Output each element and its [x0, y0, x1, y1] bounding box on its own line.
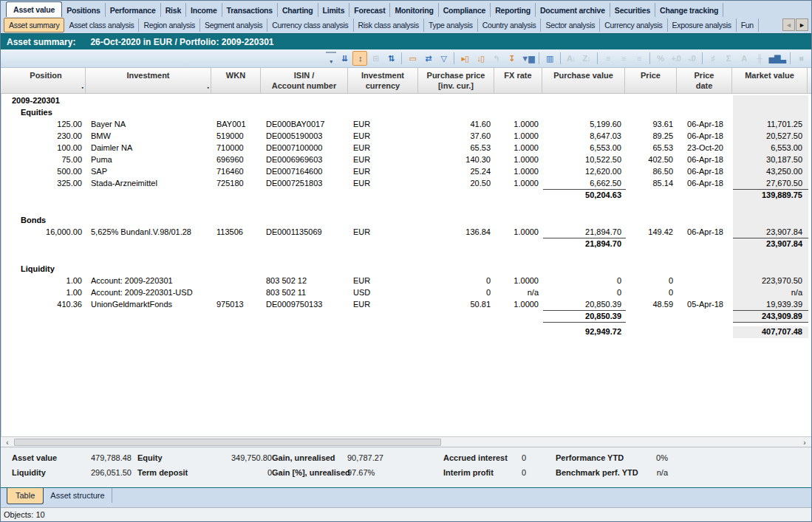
sub-tab[interactable]: Type analysis: [424, 18, 478, 32]
table-row[interactable]: 410.36 UnionGeldmarktFonds 975013 DE0009…: [7, 299, 811, 311]
table-row[interactable]: 20,850.39 243,909.89: [7, 311, 811, 323]
table-row[interactable]: 500.00 SAP 716460 DE0007164600 EUR 25.24…: [7, 166, 811, 178]
table-row[interactable]: [7, 202, 811, 215]
table-row[interactable]: Liquidity: [7, 264, 811, 275]
top-tab[interactable]: Change tracking: [655, 3, 723, 17]
value-format-icon[interactable]: ♯: [706, 51, 720, 66]
new-window-icon[interactable]: ▭: [405, 51, 420, 66]
chart-drill-icon[interactable]: ▼▆: [519, 51, 535, 66]
top-tab[interactable]: Risk: [161, 3, 186, 17]
cell-investment: [86, 107, 212, 119]
bottom-tab[interactable]: Asset structure: [44, 488, 112, 503]
sort-ascending-icon[interactable]: A↓: [564, 51, 579, 66]
bottom-tab[interactable]: Table: [7, 488, 44, 504]
drill-up-icon[interactable]: ↰: [488, 51, 503, 66]
table-row[interactable]: Equities: [7, 107, 811, 119]
table-row[interactable]: 1.00 Account: 2009-220301-USD 803 502 11…: [7, 287, 811, 299]
column-header[interactable]: Purchase value: [542, 68, 625, 93]
table-row[interactable]: 125.00 Bayer NA BAY001 DE000BAY0017 EUR …: [7, 119, 811, 131]
sub-tab[interactable]: Country analysis: [478, 18, 542, 32]
sub-tab[interactable]: Risk class analysis: [354, 18, 424, 32]
table-row[interactable]: 21,894.70 23,907.84: [7, 238, 811, 250]
table-row[interactable]: 100.00 Daimler NA 710000 DE0007100000 EU…: [7, 142, 811, 154]
horizontal-scrollbar[interactable]: ‹ ›: [1, 436, 811, 447]
filter-icon[interactable]: ▽: [436, 51, 451, 66]
sum-icon[interactable]: Σ: [721, 51, 736, 66]
column-header[interactable]: FX rate: [494, 68, 542, 93]
align-left-icon[interactable]: ≡: [601, 51, 615, 66]
table-row[interactable]: 92,949.72 407,707.48: [7, 326, 811, 338]
table-row[interactable]: 75.00 Puma 696960 DE0006969603 EUR 140.3…: [7, 154, 811, 166]
top-tab[interactable]: Monitoring: [390, 3, 438, 17]
table-row[interactable]: 325.00 Stada-Arzneimittel 725180 DE00072…: [7, 178, 811, 190]
column-header[interactable]: Purchase price [inv. cur.]: [418, 68, 494, 93]
top-tab[interactable]: Forecast: [349, 3, 390, 17]
table-row[interactable]: [7, 250, 811, 264]
top-tab[interactable]: Charting: [278, 3, 318, 17]
stop-icon[interactable]: ■: [794, 51, 808, 66]
sub-tab[interactable]: Asset summary: [4, 18, 64, 32]
top-tab[interactable]: Reporting: [491, 3, 536, 17]
align-center-icon[interactable]: ≡: [616, 51, 631, 66]
cell-market-value: 243,909.89: [733, 311, 808, 323]
table-row[interactable]: 2009-220301: [7, 95, 811, 107]
top-tab[interactable]: Document archive: [536, 3, 610, 17]
sort-descending-icon[interactable]: Z↓: [579, 51, 594, 66]
cell-fx-rate: [495, 264, 543, 275]
sub-tab[interactable]: Sector analysis: [541, 18, 600, 32]
sub-tab[interactable]: Region analysis: [139, 18, 200, 32]
table-row[interactable]: 230.00 BMW 519000 DE0005190003 EUR 37.60…: [7, 131, 811, 142]
cell-position: 1.00: [7, 275, 86, 287]
top-tab[interactable]: Asset value: [6, 1, 62, 17]
stat-value: 0: [228, 468, 272, 483]
expand-all-icon[interactable]: ↕: [352, 51, 367, 66]
table-row[interactable]: 16,000.00 5,625% Bundanl.V.98/01.28 1135…: [7, 227, 811, 238]
sub-tab[interactable]: Currency analysis: [600, 18, 667, 32]
cell-isin: DE0007100000: [262, 142, 349, 154]
sub-tab[interactable]: Currency class analysis: [267, 18, 353, 32]
scroll-right-icon[interactable]: ›: [799, 438, 810, 447]
tab-scroll-right-icon[interactable]: ►: [796, 18, 808, 31]
top-tab[interactable]: Compliance: [439, 3, 491, 17]
copy-icon[interactable]: ⊞: [368, 51, 383, 66]
top-tab[interactable]: Securities: [610, 3, 655, 17]
table-row[interactable]: 1.00 Account: 2009-220301 803 502 12 EUR…: [7, 275, 811, 287]
font-icon[interactable]: A: [737, 51, 751, 66]
column-header[interactable]: ISIN / Account number: [261, 68, 348, 93]
refresh-icon[interactable]: ⇄: [420, 51, 435, 66]
chart-icon[interactable]: ▅▇▃: [768, 51, 787, 66]
toolbar-overflow-icon[interactable]: ▾: [326, 52, 336, 65]
sub-tab[interactable]: Segment analysis: [200, 18, 267, 32]
column-header[interactable]: Market value: [732, 68, 808, 93]
expand-rows-icon[interactable]: ⇅: [383, 51, 398, 66]
column-header[interactable]: Price date: [677, 68, 732, 93]
decrease-decimal-icon[interactable]: -.0: [684, 51, 699, 66]
top-tab[interactable]: Income: [186, 3, 222, 17]
column-header[interactable]: Position: [7, 68, 86, 93]
select-columns-icon[interactable]: ▥: [542, 51, 557, 66]
tab-scroll-left-icon[interactable]: ◄: [782, 18, 795, 31]
top-tab[interactable]: Limits: [318, 3, 350, 17]
drill-down-icon[interactable]: ↓▯: [473, 51, 488, 66]
table-row[interactable]: 50,204.63 139,889.75: [7, 190, 811, 202]
column-header[interactable]: Investment currency: [348, 68, 418, 93]
scroll-left-icon[interactable]: ‹: [2, 438, 13, 447]
top-tab[interactable]: Performance: [106, 3, 161, 17]
scrollbar-thumb[interactable]: [14, 439, 441, 446]
column-header[interactable]: Investment: [86, 68, 211, 93]
top-tab[interactable]: Transactions: [222, 3, 278, 17]
column-header[interactable]: Price: [625, 68, 677, 93]
sub-tab[interactable]: Exposure analysis: [668, 18, 737, 32]
align-right-icon[interactable]: ≡: [632, 51, 646, 66]
table-row[interactable]: Bonds: [7, 215, 811, 227]
increase-decimal-icon[interactable]: +.0: [669, 51, 683, 66]
export-tree-icon[interactable]: ⇊: [337, 51, 352, 66]
drill-bottom-icon[interactable]: ↧: [504, 51, 519, 66]
column-header[interactable]: WKN: [211, 68, 261, 93]
sub-tab[interactable]: Asset class analysis: [64, 18, 139, 32]
drill-right-icon[interactable]: ▸▯: [457, 51, 472, 66]
sub-tab[interactable]: Fun: [737, 18, 759, 32]
column-settings-icon[interactable]: ╫: [752, 51, 767, 66]
top-tab[interactable]: Positions: [62, 3, 105, 17]
percent-icon[interactable]: %: [653, 51, 668, 66]
